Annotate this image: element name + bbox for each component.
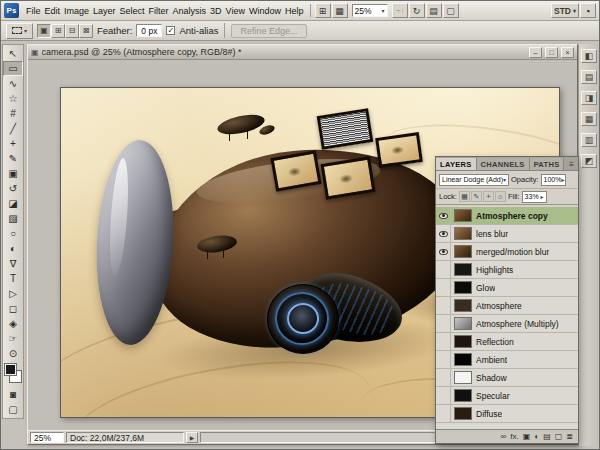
visibility-toggle[interactable]	[436, 225, 451, 242]
photoshop-logo-icon[interactable]: Ps	[4, 3, 19, 18]
layer-row-ambient[interactable]: Ambient	[436, 351, 578, 369]
rectangular-marquee-tool[interactable]: ▭	[3, 61, 23, 76]
tab-layers[interactable]: LAYERS	[436, 158, 477, 170]
blend-mode-select[interactable]: Linear Dodge (Add) ▾	[439, 174, 509, 186]
visibility-toggle[interactable]	[436, 243, 451, 260]
navigator-panel-icon[interactable]: ◧	[581, 49, 597, 63]
layer-row-atmosphere-copy[interactable]: Atmosphere copy	[436, 207, 578, 225]
intersect-selection-button[interactable]: ⊠	[79, 24, 93, 38]
visibility-toggle[interactable]	[436, 333, 451, 350]
hand-tool-icon[interactable]: ☜	[392, 3, 408, 18]
hand-tool[interactable]: ☞	[3, 331, 23, 346]
launch-bridge-icon[interactable]: ⊞	[315, 3, 331, 18]
menu-filter[interactable]: Filter	[147, 4, 171, 18]
document-title-bar[interactable]: ▣ camera.psd @ 25% (Atmosphere copy, RGB…	[28, 45, 577, 60]
pen-tool[interactable]: ∇	[3, 256, 23, 271]
menu-3d[interactable]: 3D	[208, 4, 224, 18]
new-selection-button[interactable]: ▣	[37, 24, 51, 38]
visibility-toggle[interactable]	[436, 207, 451, 224]
maximize-button[interactable]: □	[545, 47, 558, 58]
subtract-from-selection-button[interactable]: ⊟	[65, 24, 79, 38]
gradient-tool[interactable]: ▨	[3, 211, 23, 226]
layer-row-atmosphere-multiply[interactable]: Atmosphere (Multiply)	[436, 315, 578, 333]
delete-layer-icon[interactable]: ≣	[566, 433, 573, 441]
eraser-tool[interactable]: ◪	[3, 196, 23, 211]
zoom-tool[interactable]: ⊙	[3, 346, 23, 361]
lock-all-icon[interactable]: ⌂	[495, 191, 506, 202]
visibility-toggle[interactable]	[436, 369, 451, 386]
close-button[interactable]: ×	[561, 47, 574, 58]
layer-row-glow[interactable]: Glow	[436, 279, 578, 297]
shape-tool[interactable]: ◻	[3, 301, 23, 316]
foreground-color-swatch[interactable]	[5, 364, 16, 375]
adjustment-layer-icon[interactable]: ◐	[534, 433, 539, 441]
screen-mode-icon[interactable]: ▢	[443, 3, 459, 18]
histogram-panel-icon[interactable]: ▤	[581, 70, 597, 84]
menu-image[interactable]: Image	[62, 4, 91, 18]
quick-mask-button[interactable]: ◙	[3, 387, 23, 402]
link-layers-icon[interactable]: ∞	[501, 433, 507, 441]
visibility-toggle[interactable]	[436, 387, 451, 404]
history-brush-tool[interactable]: ↺	[3, 181, 23, 196]
menu-view[interactable]: View	[224, 4, 247, 18]
swatches-panel-icon[interactable]: ▥	[581, 133, 597, 147]
layer-style-icon[interactable]: fx.	[510, 433, 518, 441]
visibility-toggle[interactable]	[436, 297, 451, 314]
status-expand-button[interactable]: ▶	[186, 432, 198, 443]
layer-row-merged-motion-blur[interactable]: merged/motion blur	[436, 243, 578, 261]
add-layer-mask-icon[interactable]: ▣	[523, 433, 531, 441]
layer-row-atmosphere[interactable]: Atmosphere	[436, 297, 578, 315]
tab-paths[interactable]: PATHS	[530, 158, 565, 170]
menu-window[interactable]: Window	[247, 4, 283, 18]
visibility-toggle[interactable]	[436, 351, 451, 368]
refine-edge-button[interactable]: Refine Edge...	[231, 24, 306, 38]
view-extras-icon[interactable]: ▦	[332, 3, 348, 18]
menu-edit[interactable]: Edit	[43, 4, 63, 18]
move-tool[interactable]: ↖	[3, 46, 23, 61]
clone-stamp-tool[interactable]: ▣	[3, 166, 23, 181]
layer-row-reflection[interactable]: Reflection	[436, 333, 578, 351]
fill-field[interactable]: 33% ▸	[522, 191, 547, 203]
tool-preset-picker[interactable]: ▾	[6, 23, 33, 39]
menu-select[interactable]: Select	[118, 4, 147, 18]
menu-file[interactable]: File	[24, 4, 43, 18]
layer-row-highlights[interactable]: Highlights	[436, 261, 578, 279]
type-tool[interactable]: T	[3, 271, 23, 286]
dodge-tool[interactable]: ◐	[3, 241, 23, 256]
quick-selection-tool[interactable]: ☆	[3, 91, 23, 106]
layer-row-diffuse[interactable]: Diffuse	[436, 405, 578, 423]
feather-input[interactable]: 0 px	[136, 24, 162, 37]
visibility-toggle[interactable]	[436, 315, 451, 332]
healing-brush-tool[interactable]: +	[3, 136, 23, 151]
color-panel-icon[interactable]: ▦	[581, 112, 597, 126]
blur-tool[interactable]: ○	[3, 226, 23, 241]
layer-row-shadow[interactable]: Shadow	[436, 369, 578, 387]
layer-row-specular[interactable]: Specular	[436, 387, 578, 405]
new-group-icon[interactable]: ▤	[543, 433, 551, 441]
lock-image-pixels-icon[interactable]: ✎	[471, 191, 482, 202]
color-swatches[interactable]	[3, 363, 23, 385]
lock-transparent-pixels-icon[interactable]: ▦	[459, 191, 470, 202]
screen-mode-button[interactable]: ▢	[3, 402, 23, 417]
workspace-menu-button[interactable]: ▪	[580, 3, 596, 18]
menu-help[interactable]: Help	[283, 4, 306, 18]
styles-panel-icon[interactable]: ◩	[581, 154, 597, 168]
zoom-level-field[interactable]: 25% ▾	[352, 4, 388, 17]
workspace-switcher-button[interactable]: STD ▾	[551, 3, 579, 18]
menu-layer[interactable]: Layer	[91, 4, 118, 18]
visibility-toggle[interactable]	[436, 261, 451, 278]
add-to-selection-button[interactable]: ⊞	[51, 24, 65, 38]
lock-position-icon[interactable]: +	[483, 191, 494, 202]
opacity-field[interactable]: 100% ▸	[541, 174, 566, 186]
crop-tool[interactable]: #	[3, 106, 23, 121]
visibility-toggle[interactable]	[436, 405, 451, 422]
tab-channels[interactable]: CHANNELS	[477, 158, 530, 170]
path-selection-tool[interactable]: ▷	[3, 286, 23, 301]
eyedropper-tool[interactable]: ╱	[3, 121, 23, 136]
menu-analysis[interactable]: Analysis	[171, 4, 209, 18]
status-zoom-field[interactable]: 25%	[30, 432, 64, 443]
minimize-button[interactable]: –	[529, 47, 542, 58]
antialias-checkbox[interactable]: ✓	[166, 26, 175, 35]
rotate-view-icon[interactable]: ↻	[409, 3, 425, 18]
3d-rotate-tool[interactable]: ◈	[3, 316, 23, 331]
